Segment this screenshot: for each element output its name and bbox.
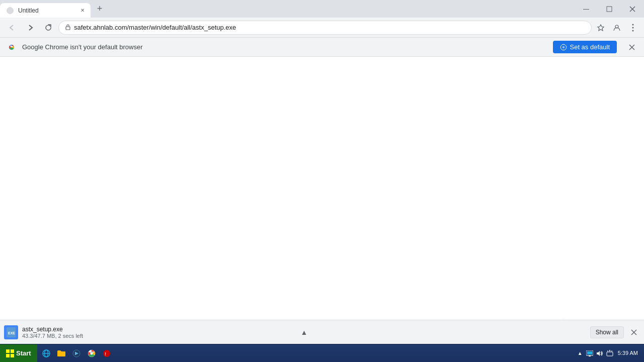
volume-icon	[596, 350, 603, 357]
taskbar-app-ie[interactable]	[39, 346, 53, 360]
taskbar-app-security[interactable]: !	[100, 346, 114, 360]
tray-system-monitor-icon[interactable]	[586, 349, 594, 357]
new-tab-button[interactable]: +	[93, 2, 107, 16]
start-label: Start	[16, 349, 31, 357]
start-button[interactable]: Start	[0, 344, 37, 363]
chrome-menu-button[interactable]	[626, 21, 640, 35]
back-button[interactable]	[4, 20, 20, 36]
monitor-icon	[586, 350, 593, 356]
svg-marker-41	[597, 351, 600, 356]
chrome-logo-icon	[6, 42, 17, 53]
forward-icon	[26, 24, 34, 32]
show-all-downloads-button[interactable]: Show all	[590, 326, 624, 338]
minimize-button[interactable]	[575, 0, 598, 18]
infobar-close-button[interactable]	[626, 41, 638, 53]
taskbar-app-files[interactable]	[54, 346, 68, 360]
svg-rect-2	[607, 7, 612, 12]
tab-favicon	[6, 7, 14, 15]
show-hidden-icons-button[interactable]: ▲	[577, 350, 584, 356]
forward-button[interactable]	[22, 20, 38, 36]
svg-point-35	[90, 352, 93, 354]
chrome-taskbar-icon	[87, 349, 96, 358]
svg-point-10	[632, 30, 634, 31]
svg-rect-5	[66, 27, 70, 30]
system-tray: ▲ 5:39 AM	[573, 344, 644, 363]
taskbar-app-chrome[interactable]	[85, 346, 99, 360]
svg-point-9	[632, 27, 634, 28]
reload-icon	[44, 24, 52, 32]
bookmark-star-button[interactable]	[594, 21, 608, 35]
ie-icon	[42, 349, 51, 358]
svg-rect-26	[6, 354, 10, 357]
svg-point-15	[562, 46, 564, 48]
window-controls	[575, 0, 644, 18]
title-bar: Untitled ✕ +	[0, 0, 644, 18]
download-chevron-button[interactable]: ▲	[298, 326, 309, 338]
svg-rect-39	[587, 351, 592, 354]
close-button[interactable]	[621, 0, 644, 18]
restore-icon	[606, 6, 612, 12]
download-file-icon: EXE	[4, 325, 18, 339]
back-icon	[8, 24, 16, 32]
svg-rect-40	[589, 355, 591, 356]
omnibox[interactable]: safetx.ahnlab.com/master/win/default/all…	[58, 21, 592, 35]
profile-button[interactable]	[610, 21, 624, 35]
download-info: astx_setup.exe 43.3/47.7 MB, 2 secs left	[22, 326, 294, 339]
taskbar: Start	[0, 344, 644, 362]
svg-point-0	[7, 7, 14, 14]
close-icon	[629, 6, 635, 12]
svg-text:!: !	[105, 351, 106, 356]
download-progress: 43.3/47.7 MB, 2 secs left	[22, 333, 294, 339]
default-browser-infobar: Google Chrome isn't your default browser…	[0, 38, 644, 57]
default-browser-message: Google Chrome isn't your default browser	[22, 43, 548, 51]
network-icon	[606, 350, 613, 357]
reload-button[interactable]	[40, 20, 56, 36]
folder-icon	[57, 349, 66, 358]
infobar-close-icon	[629, 44, 635, 50]
url-display: safetx.ahnlab.com/master/win/default/all…	[74, 24, 585, 31]
security-icon: !	[102, 349, 111, 358]
svg-rect-42	[607, 352, 613, 356]
main-content	[0, 57, 644, 344]
svg-rect-25	[11, 349, 14, 353]
active-tab[interactable]: Untitled ✕	[0, 3, 91, 18]
set-default-button[interactable]: Set as default	[553, 41, 617, 53]
svg-rect-24	[6, 349, 10, 353]
download-bar: EXE astx_setup.exe 43.3/47.7 MB, 2 secs …	[0, 320, 644, 344]
svg-point-44	[609, 350, 610, 351]
media-player-icon	[72, 349, 81, 358]
exe-file-icon: EXE	[7, 327, 16, 337]
profile-icon	[613, 24, 621, 32]
tab-strip: Untitled ✕ +	[0, 0, 575, 18]
tab-close-button[interactable]: ✕	[78, 7, 87, 15]
tab-title: Untitled	[18, 7, 74, 14]
taskbar-apps: !	[37, 346, 573, 360]
restore-button[interactable]	[598, 0, 621, 18]
set-default-chrome-icon	[560, 44, 567, 51]
windows-logo-icon	[6, 349, 14, 357]
download-close-icon	[631, 329, 637, 335]
star-icon	[597, 24, 605, 32]
nav-bar: safetx.ahnlab.com/master/win/default/all…	[0, 18, 644, 38]
svg-rect-27	[11, 354, 14, 357]
svg-rect-1	[583, 9, 589, 10]
download-filename: astx_setup.exe	[22, 326, 294, 333]
tray-network-icon[interactable]	[606, 349, 614, 357]
download-bar-close-button[interactable]	[628, 326, 640, 338]
svg-text:EXE: EXE	[8, 331, 15, 335]
tray-volume-icon[interactable]	[596, 349, 604, 357]
set-default-label: Set as default	[570, 43, 610, 51]
menu-dots-icon	[632, 24, 634, 32]
minimize-icon	[583, 6, 589, 12]
system-clock: 5:39 AM	[616, 349, 640, 356]
svg-point-8	[632, 24, 634, 25]
taskbar-app-media[interactable]	[69, 346, 84, 360]
svg-marker-6	[598, 25, 604, 31]
lock-icon	[65, 24, 71, 32]
